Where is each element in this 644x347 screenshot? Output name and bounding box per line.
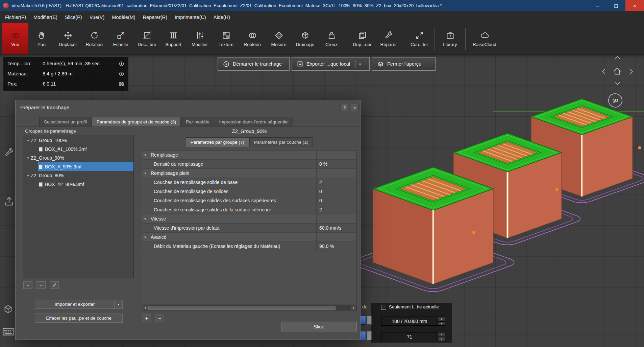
- tool-creux[interactable]: Creux: [318, 23, 345, 54]
- add-setting-button[interactable]: +: [142, 315, 151, 322]
- tool-library[interactable]: Library: [437, 23, 463, 54]
- tab-layer-settings[interactable]: Paramètres par couche (1): [249, 137, 313, 147]
- start-slicing-button[interactable]: Démarrer le tranchage: [218, 57, 290, 71]
- settings-group-row[interactable]: ▾ Vitesse: [142, 214, 356, 224]
- chevron-down-icon[interactable]: ▾: [359, 62, 361, 66]
- tool-raisecloud[interactable]: RaiseCloud: [468, 23, 501, 54]
- tool-booleen[interactable]: Booléen: [239, 23, 266, 54]
- tree-group-row[interactable]: ▾ Z2_Group_90%: [23, 154, 133, 162]
- scroll-right-icon[interactable]: ▸: [351, 305, 356, 310]
- settings-horizontal-scrollbar[interactable]: ◂ ▸: [142, 305, 357, 310]
- tab-per-model[interactable]: Par modèle: [181, 117, 214, 126]
- info-icon[interactable]: [117, 71, 124, 77]
- dialog-close-button[interactable]: ×: [351, 104, 358, 111]
- clear-group-settings-button[interactable]: Effacer les par...pe et de couche: [35, 314, 123, 323]
- tool-mesure[interactable]: Mesure: [266, 23, 292, 54]
- nav-home-button[interactable]: [611, 65, 624, 77]
- spin-down-icon[interactable]: ▾: [438, 337, 445, 342]
- settings-group-row[interactable]: ▾ Remplissage: [142, 151, 356, 160]
- export-local-button[interactable]: Exporter ...que local ▾: [292, 57, 370, 71]
- import-export-button[interactable]: Importer et exporter ▾: [35, 300, 123, 309]
- tool-texture[interactable]: Texture: [213, 23, 239, 54]
- dialog-help-button[interactable]: ?: [341, 104, 348, 111]
- tool-vue[interactable]: Vue: [2, 23, 28, 54]
- minimize-button[interactable]: –: [588, 0, 607, 11]
- current-layer-checkbox[interactable]: [381, 305, 386, 310]
- nav-up-button[interactable]: [611, 53, 624, 62]
- spin-up-icon[interactable]: ▴: [438, 317, 445, 321]
- settings-group-row[interactable]: ▾ Avancé: [142, 233, 356, 242]
- nav-down-button[interactable]: [611, 79, 624, 87]
- tree-item-row-selected[interactable]: BOX_#_90%.3mf: [23, 162, 133, 171]
- dialog-drag-handle[interactable]: ·····: [16, 99, 360, 104]
- info-icon[interactable]: [117, 61, 124, 67]
- maximize-button[interactable]: ◻: [607, 0, 625, 11]
- tool-reparer[interactable]: Reparer: [375, 23, 402, 54]
- side-wrench-button[interactable]: [4, 147, 14, 158]
- layer-position-spinner[interactable]: 100 / 20.000 mm: [381, 317, 438, 326]
- menu-modele[interactable]: Modèle(M): [108, 12, 139, 22]
- menu-imprimante[interactable]: Imprimante(C): [171, 12, 210, 22]
- settings-row[interactable]: Densité du remplissage 0 %: [142, 160, 356, 169]
- settings-row[interactable]: Vitesse d'impression par defaut 60,0 mm/…: [142, 224, 356, 233]
- tool-decouper[interactable]: Dec...bre: [134, 23, 160, 54]
- tool-pan[interactable]: Pan: [28, 23, 55, 54]
- slice-button[interactable]: Slice: [281, 322, 357, 331]
- settings-group-row[interactable]: ▾ Remplissage plein: [142, 169, 356, 178]
- menu-slice[interactable]: Slice(P): [61, 12, 86, 22]
- menu-modifier[interactable]: Modifier(E): [30, 12, 61, 22]
- scrollbar-thumb[interactable]: [148, 306, 336, 310]
- expander-icon[interactable]: ▾: [144, 171, 149, 176]
- tab-select-profile[interactable]: Selectionner un profil: [39, 117, 92, 126]
- settings-row[interactable]: Débit du Matériau gauche (Ecrase les rég…: [142, 242, 356, 251]
- expander-icon[interactable]: ▾: [25, 138, 31, 143]
- settings-row[interactable]: Couches de remplissage solide de base 2: [142, 178, 356, 187]
- tool-deplacer[interactable]: Deplacer: [55, 23, 81, 54]
- edit-group-button[interactable]: [50, 281, 59, 289]
- tool-rotation[interactable]: Rotation: [81, 23, 107, 54]
- tree-group-row[interactable]: ▾ Z2_Group_80%: [23, 171, 133, 180]
- layer-count-spinner[interactable]: 71: [381, 332, 438, 341]
- close-button[interactable]: ×: [625, 0, 644, 11]
- nav-left-button[interactable]: [599, 66, 608, 77]
- tab-sequential-print[interactable]: Impression dans l'ordre séquentiel: [215, 117, 293, 126]
- settings-row[interactable]: Couches de remplissage solides de la sur…: [142, 205, 356, 214]
- step-slider-handle-blue[interactable]: [360, 331, 366, 340]
- expander-icon[interactable]: ▾: [144, 217, 149, 221]
- step-slider-handle-gray[interactable]: [367, 331, 372, 340]
- layer-slider-handle-gray[interactable]: [367, 316, 372, 325]
- menu-vue[interactable]: Vue(V): [86, 12, 108, 22]
- tree-group-row[interactable]: ▾ Z2_Group_100%: [23, 136, 133, 145]
- save-icon[interactable]: [117, 81, 124, 87]
- tree-item-row[interactable]: BOX_#2_80%.3mf: [23, 180, 133, 189]
- close-preview-button[interactable]: Fermer l'aperçu: [372, 57, 436, 71]
- side-export-button[interactable]: [3, 195, 15, 207]
- scroll-left-icon[interactable]: ◂: [142, 305, 148, 310]
- nav-right-button[interactable]: [626, 66, 636, 77]
- spin-up-icon[interactable]: ▴: [438, 332, 445, 337]
- menu-reparer[interactable]: Reparer(R): [139, 12, 171, 22]
- tool-echelle[interactable]: Echelle: [107, 23, 134, 54]
- menu-aide[interactable]: Aide(H): [210, 12, 234, 22]
- tab-group-settings[interactable]: Paramètres par groupe (7): [186, 137, 249, 147]
- remove-group-button[interactable]: −: [36, 281, 46, 289]
- tree-item-row[interactable]: BOX_#1_100%.3mf: [23, 145, 133, 154]
- settings-row[interactable]: Couches de remplissage solides des surfa…: [142, 196, 356, 205]
- settings-row[interactable]: Couches de remplissage de solides 0: [142, 187, 356, 196]
- tool-support[interactable]: Support: [160, 23, 187, 54]
- spin-down-icon[interactable]: ▾: [438, 321, 445, 326]
- remove-setting-button[interactable]: −: [155, 315, 164, 322]
- tool-modifier[interactable]: Modifier: [187, 23, 213, 54]
- layer-slider-handle-blue[interactable]: [360, 316, 366, 325]
- expander-icon[interactable]: ▾: [25, 156, 31, 160]
- tool-connecter[interactable]: Con...ter: [406, 23, 432, 54]
- tab-group-layer-settings[interactable]: Paramètres de groupe et de couche (3): [92, 117, 181, 126]
- tool-dupliquer[interactable]: Dup...uer: [349, 23, 375, 54]
- add-group-button[interactable]: +: [23, 281, 32, 289]
- side-cube-button[interactable]: [3, 304, 14, 315]
- tool-drainage[interactable]: Drainage: [292, 23, 318, 54]
- chevron-down-icon[interactable]: ▾: [114, 300, 122, 308]
- expander-icon[interactable]: ▾: [144, 153, 149, 157]
- expander-icon[interactable]: ▾: [25, 174, 31, 178]
- side-keyboard-button[interactable]: [2, 327, 15, 337]
